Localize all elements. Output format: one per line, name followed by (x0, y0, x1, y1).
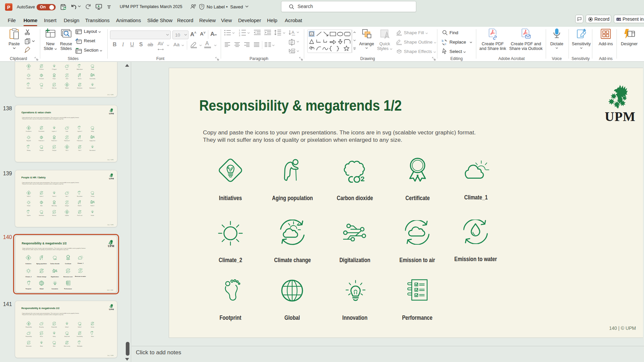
svg-text:Carbon dioxide: Carbon dioxide (50, 263, 60, 264)
svg-text:Performance: Performance (64, 288, 72, 290)
svg-text:Supply chain: Supply chain (90, 140, 95, 141)
svg-text:Reuse: Reuse (40, 336, 43, 337)
svg-text:Website: Website (65, 87, 69, 89)
svg-text:Teams 3: Teams 3 (52, 196, 56, 197)
svg-text:Safety: Safety (53, 336, 56, 337)
svg-text:Workstation 2: Workstation 2 (90, 87, 96, 89)
svg-text:Health 2: Health 2 (91, 205, 94, 206)
svg-text:Dialogue: Dialogue (65, 205, 69, 206)
svg-text:Emission to air: Emission to air (63, 276, 73, 278)
svg-text:Lists: Lists (66, 69, 68, 70)
svg-text:Water: Water (53, 346, 56, 347)
svg-text:Transport: Transport (39, 150, 44, 151)
svg-text:Diploma: Diploma (65, 215, 69, 216)
svg-text:Responsible: Responsible (51, 326, 57, 328)
svg-text:P: P (7, 5, 10, 10)
svg-text:Responsibility: Responsibility (25, 326, 32, 328)
svg-text:Production 4: Production 4 (77, 140, 83, 141)
svg-text:Training: Training (91, 196, 94, 197)
svg-text:Transport: Transport (52, 150, 56, 151)
svg-text:2: 2 (239, 32, 240, 34)
svg-text:Servers: Servers (78, 78, 82, 79)
svg-text:Renewal: Renewal (52, 215, 56, 216)
svg-text:Footprint: Footprint (25, 288, 31, 290)
svg-text:?: ? (201, 5, 203, 9)
svg-text:User: User (40, 87, 42, 89)
svg-text:Time 2: Time 2 (78, 150, 81, 151)
svg-text:Production 2: Production 2 (51, 140, 57, 141)
svg-text:Punch card: Punch card (77, 215, 82, 216)
svg-text:Global: Global (40, 288, 44, 290)
svg-text:Waste: Waste (40, 346, 43, 347)
svg-text:Railway: Railway (27, 150, 31, 151)
svg-text:Regrowth: Regrowth (26, 140, 31, 141)
svg-text:c: c (445, 42, 446, 46)
svg-text:Climate_1: Climate_1 (77, 263, 84, 264)
svg-text:Send: Send (66, 78, 68, 79)
svg-text:E-commerce: E-commerce (26, 131, 32, 132)
svg-text:Aging population: Aging population (36, 263, 47, 264)
svg-text:Production 1: Production 1 (39, 140, 44, 141)
svg-text:Raw material: Raw material (90, 150, 96, 151)
svg-text:1: 1 (239, 29, 240, 32)
svg-text:Gender: Gender (91, 215, 94, 216)
svg-text:Handshake: Handshake (39, 215, 44, 216)
svg-text:Social media: Social media (90, 78, 95, 79)
svg-text:IT Support: IT Support (52, 69, 57, 70)
svg-text:Values: Values (91, 336, 94, 337)
svg-text:Male safety: Male safety (52, 205, 57, 206)
svg-text:Logistics 2: Logistics 2 (77, 131, 82, 132)
svg-text:Umbrella: Umbrella (27, 87, 31, 89)
svg-text:Idea 1: Idea 1 (65, 196, 68, 197)
svg-text:Network: Network (27, 78, 31, 79)
svg-text:Procurement: Procurement (39, 131, 44, 132)
svg-text:Initiatives: Initiatives (25, 263, 32, 264)
svg-text:Society: Society (91, 326, 94, 328)
svg-text:Certificate: Certificate (65, 263, 71, 264)
svg-text:Teams 2: Teams 2 (40, 196, 44, 197)
svg-text:T: T (617, 18, 619, 21)
svg-text:Mobile phone: Mobile phone (77, 69, 83, 70)
svg-text:Project: Project (53, 78, 56, 79)
svg-text:Emission to water: Emission to water (75, 276, 86, 277)
svg-text:3: 3 (239, 34, 240, 36)
svg-text:Logistics 1: Logistics 1 (52, 131, 57, 132)
svg-text:Responsibility: Responsibility (25, 336, 32, 337)
svg-text:Production 3: Production 3 (64, 140, 70, 141)
svg-text:Urbanisation: Urbanisation (26, 346, 32, 347)
svg-text:A: A (311, 33, 313, 36)
svg-text:World globe: World globe (77, 346, 83, 347)
svg-text:Safety 2: Safety 2 (78, 326, 82, 328)
svg-text:Priority: Priority (91, 69, 94, 70)
svg-text:Female: Female (27, 205, 31, 206)
svg-text:b: b (442, 39, 443, 43)
svg-text:Health 1: Health 1 (78, 205, 82, 206)
svg-text:Innovation: Innovation (52, 288, 58, 290)
svg-text:Selling: Selling (91, 131, 94, 132)
svg-text:Male: Male (40, 205, 43, 206)
svg-text:Together: Together (27, 215, 31, 216)
svg-text:Sustainability: Sustainability (77, 336, 83, 337)
svg-text:Recruitment: Recruitment (77, 196, 83, 197)
svg-text:Water scarcity: Water scarcity (64, 346, 70, 347)
svg-text:Climate change: Climate change (37, 276, 46, 278)
svg-text:IT Service: IT Service (39, 69, 44, 70)
svg-text:Web shop: Web shop (52, 87, 57, 89)
svg-text:Workstation: Workstation (77, 87, 83, 89)
svg-text:Safety hand: Safety hand (64, 336, 70, 337)
svg-text:Scale: Scale (66, 131, 68, 132)
svg-text:Digitalization: Digitalization (51, 276, 59, 278)
svg-text:A: A (291, 30, 294, 35)
svg-text:Recycling: Recycling (39, 326, 44, 328)
svg-text:ICT 1: ICT 1 (28, 69, 30, 70)
svg-text:Time 1: Time 1 (65, 150, 68, 151)
svg-text:Teams 1: Teams 1 (27, 196, 31, 197)
svg-text:Password: Password (39, 78, 44, 79)
svg-text:Safety 1: Safety 1 (65, 326, 69, 328)
svg-text:Climate_2: Climate_2 (25, 276, 32, 278)
